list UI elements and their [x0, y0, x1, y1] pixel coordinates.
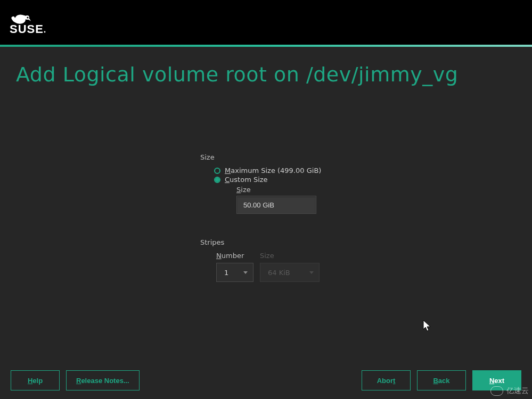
stripes-size-label: Size — [260, 252, 320, 260]
header-bar: SUSE — [0, 0, 532, 45]
stripes-number-label: Number — [216, 252, 253, 260]
content-area: Add Logical volume root on /dev/jimmy_vg… — [0, 47, 532, 399]
stripes-number-field: Number 1 — [216, 252, 253, 282]
abort-button[interactable]: Abort — [362, 370, 411, 390]
stripes-size-field: Size 64 KiB — [260, 252, 320, 282]
radio-custom-size[interactable]: Custom Size — [214, 176, 413, 184]
footer-bar: Help Release Notes... Abort Back Next — [0, 362, 532, 399]
svg-point-3 — [44, 31, 46, 33]
size-input-label: Size — [236, 186, 413, 194]
chevron-down-icon — [309, 271, 314, 274]
release-notes-button[interactable]: Release Notes... — [66, 370, 140, 390]
suse-logo: SUSE — [10, 10, 58, 35]
svg-text:SUSE: SUSE — [10, 22, 44, 35]
stripes-group-label: Stripes — [200, 238, 413, 246]
back-button[interactable]: Back — [417, 370, 466, 390]
radio-label-custom: Custom Size — [225, 176, 268, 184]
radio-label-maximum: Maximum Size (499.00 GiB) — [225, 167, 321, 174]
size-group-label: Size — [200, 153, 413, 161]
chevron-down-icon — [243, 271, 248, 274]
svg-point-1 — [27, 16, 28, 18]
form-area: Size Maximum Size (499.00 GiB) Custom Si… — [200, 153, 413, 282]
radio-indicator-unselected — [214, 168, 220, 174]
stripes-number-dropdown[interactable]: 1 — [216, 263, 253, 282]
next-button[interactable]: Next — [472, 370, 521, 390]
stripes-size-dropdown: 64 KiB — [260, 263, 320, 282]
stripes-group: Stripes Number 1 Size 64 KiB — [200, 238, 413, 282]
size-input[interactable] — [236, 196, 316, 214]
help-button[interactable]: Help — [11, 370, 60, 390]
mouse-cursor-icon — [423, 320, 432, 332]
radio-maximum-size[interactable]: Maximum Size (499.00 GiB) — [214, 167, 413, 174]
stripes-number-value: 1 — [224, 269, 228, 277]
custom-size-subgroup: Size — [236, 186, 413, 214]
page-title: Add Logical volume root on /dev/jimmy_vg — [0, 47, 532, 86]
stripes-size-value: 64 KiB — [268, 269, 290, 277]
radio-indicator-selected — [214, 177, 220, 183]
